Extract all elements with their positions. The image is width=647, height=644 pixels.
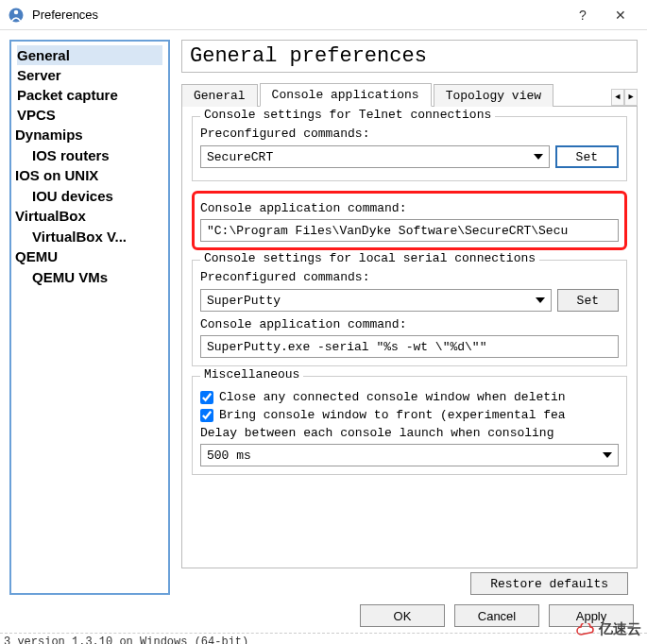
sidebar-item-general[interactable]: General — [17, 45, 162, 65]
close-checkbox-input[interactable] — [200, 391, 213, 404]
status-bar: 3 version 1.3.10 on Windows (64-bit) — [0, 633, 647, 644]
telnet-cmd-label: Console application command: — [200, 201, 619, 215]
sidebar-item-qemu[interactable]: ⌄QEMU — [17, 246, 162, 267]
ok-button[interactable]: OK — [360, 604, 445, 627]
group-legend: Miscellaneous — [200, 367, 303, 381]
tab-bar: General Console applications Topology vi… — [181, 82, 638, 107]
sidebar: General Server Packet capture VPCS ⌄Dyna… — [9, 40, 170, 595]
telnet-preconf-combo[interactable]: SecureCRT — [200, 145, 550, 168]
watermark: 亿速云 — [576, 620, 641, 638]
sidebar-item-server[interactable]: Server — [17, 65, 162, 85]
close-checkbox-label: Close any connected console window when … — [219, 390, 566, 404]
dialog-body: General Server Packet capture VPCS ⌄Dyna… — [0, 30, 647, 595]
telnet-cmd-input[interactable] — [200, 219, 619, 242]
serial-preconf-combo[interactable]: SuperPutty — [200, 289, 552, 312]
serial-set-button[interactable]: Set — [557, 289, 619, 312]
telnet-command-group: Console application command: — [192, 191, 627, 250]
restore-defaults-button[interactable]: Restore defaults — [470, 572, 628, 595]
titlebar: Preferences ? ✕ — [0, 0, 647, 30]
sidebar-item-label: Dynamips — [15, 127, 83, 143]
sidebar-item-qemu-vms[interactable]: QEMU VMs — [17, 267, 162, 287]
sidebar-item-iou-devices[interactable]: IOU devices — [17, 186, 162, 206]
serial-cmd-input[interactable] — [200, 335, 619, 358]
tab-general[interactable]: General — [181, 84, 258, 107]
sidebar-item-label: IOS on UNIX — [15, 167, 98, 183]
sidebar-item-dynamips[interactable]: ⌄Dynamips — [17, 125, 162, 145]
chevron-down-icon[interactable]: ⌄ — [9, 127, 13, 144]
help-button[interactable]: ? — [564, 1, 602, 29]
svg-point-1 — [14, 9, 19, 14]
page-title: General preferences — [181, 40, 638, 73]
cancel-button[interactable]: Cancel — [454, 604, 539, 627]
close-window-checkbox[interactable]: Close any connected console window when … — [200, 390, 619, 404]
serial-cmd-label: Console application command: — [200, 317, 619, 331]
delay-combo[interactable]: 500 ms — [200, 444, 619, 466]
watermark-text: 亿速云 — [599, 620, 641, 638]
tab-pane: Console settings for Telnet connections … — [181, 107, 638, 568]
chevron-down-icon[interactable]: ⌄ — [9, 248, 13, 265]
preconf-label: Preconfigured commands: — [200, 127, 619, 141]
window-title: Preferences — [32, 8, 564, 22]
delay-label: Delay between each console launch when c… — [200, 426, 619, 440]
tab-console-applications[interactable]: Console applications — [260, 83, 432, 107]
group-legend: Console settings for local serial connec… — [200, 251, 539, 265]
sidebar-item-vpcs[interactable]: VPCS — [17, 105, 162, 125]
close-button[interactable]: ✕ — [602, 1, 639, 29]
main-panel: General preferences General Console appl… — [170, 40, 638, 595]
tab-topology-view[interactable]: Topology view — [434, 84, 553, 107]
serial-group: Console settings for local serial connec… — [192, 260, 627, 366]
app-icon — [8, 7, 25, 24]
sidebar-item-label: QEMU — [15, 248, 58, 264]
bring-front-checkbox[interactable]: Bring console window to front (experimen… — [200, 408, 619, 422]
chevron-down-icon[interactable]: ⌄ — [9, 208, 13, 225]
front-checkbox-input[interactable] — [200, 409, 213, 422]
chevron-down-icon[interactable]: ⌄ — [9, 167, 13, 184]
front-checkbox-label: Bring console window to front (experimen… — [219, 408, 566, 422]
telnet-group: Console settings for Telnet connections … — [192, 116, 627, 181]
cloud-icon — [576, 623, 595, 636]
group-legend: Console settings for Telnet connections — [200, 108, 495, 122]
dialog-footer: OK Cancel Apply — [0, 595, 647, 633]
preconf-label: Preconfigured commands: — [200, 270, 619, 284]
sidebar-item-virtualbox[interactable]: ⌄VirtualBox — [17, 206, 162, 227]
sidebar-item-packet-capture[interactable]: Packet capture — [17, 85, 162, 105]
tab-scroll-right-icon[interactable]: ► — [624, 89, 638, 106]
telnet-set-button[interactable]: Set — [555, 145, 619, 168]
sidebar-item-ios-routers[interactable]: IOS routers — [17, 145, 162, 165]
tab-scroll-left-icon[interactable]: ◄ — [611, 89, 624, 106]
sidebar-item-virtualbox-vms[interactable]: VirtualBox V... — [17, 227, 162, 246]
sidebar-item-label: VirtualBox — [15, 208, 86, 224]
misc-group: Miscellaneous Close any connected consol… — [192, 376, 627, 475]
sidebar-item-ios-on-unix[interactable]: ⌄IOS on UNIX — [17, 165, 162, 186]
